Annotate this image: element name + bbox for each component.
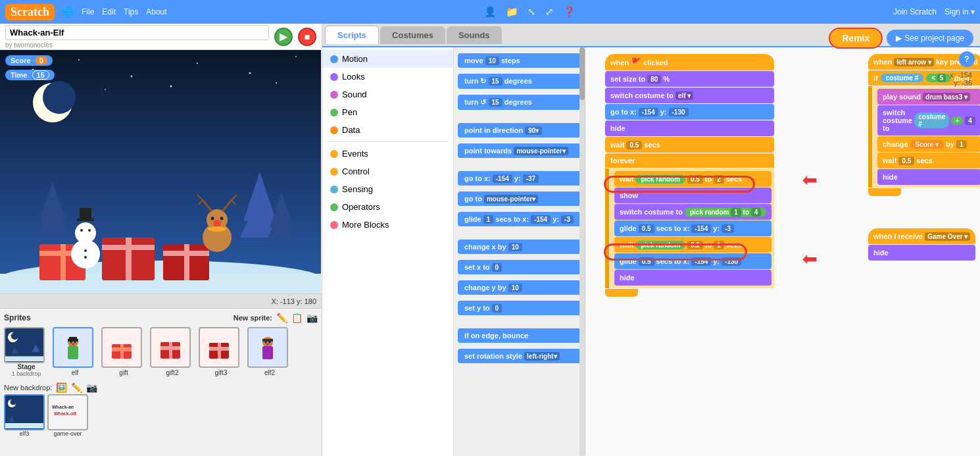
svg-rect-81 xyxy=(5,423,43,428)
cat-operators[interactable]: Operators xyxy=(322,198,453,216)
stop-button[interactable]: ■ xyxy=(298,28,316,46)
block-move[interactable]: move 10 steps xyxy=(458,53,581,68)
svg-rect-54 xyxy=(5,356,43,361)
cat-pen[interactable]: Pen xyxy=(322,103,453,121)
nav-edit[interactable]: Edit xyxy=(102,7,116,16)
embed-icon[interactable]: ⤢ xyxy=(545,6,554,18)
backdrop-elf3-thumb[interactable] xyxy=(4,394,45,430)
cat-events[interactable]: Events xyxy=(322,145,453,163)
block-goto-xy[interactable]: go to x: -154 y: -37 xyxy=(458,171,581,186)
camera-sprite-btn[interactable]: 📷 xyxy=(306,313,318,323)
backdrop-thumbnails: elf3 Whack-an Whack-off game-over xyxy=(4,394,318,437)
svg-point-36 xyxy=(84,256,87,259)
sign-in-link[interactable]: Sign in ▾ xyxy=(944,7,975,16)
time-value: 15 xyxy=(32,70,49,80)
help-circle-icon[interactable]: ❓ xyxy=(563,6,576,18)
block-point-dir[interactable]: point in direction 90▾ xyxy=(458,123,581,138)
block-change-x[interactable]: change x by 10 xyxy=(458,240,581,254)
nav-about[interactable]: About xyxy=(146,7,166,16)
sprite-gift-thumb[interactable]: gift xyxy=(101,327,146,376)
tab-scripts[interactable]: Scripts xyxy=(325,26,379,44)
block-edge-bounce[interactable]: if on edge, bounce xyxy=(458,328,581,343)
cat-sound[interactable]: Sound xyxy=(322,86,453,103)
block-rotation-style[interactable]: set rotation style left-right▾ xyxy=(458,349,581,363)
block-hide-3[interactable]: hide xyxy=(877,169,980,185)
scratch-logo[interactable]: Scratch xyxy=(5,4,55,20)
svg-rect-70 xyxy=(218,343,221,359)
block-wait-random-1[interactable]: wait pick random 0.5 to 2 secs xyxy=(614,171,772,187)
block-switch-costume[interactable]: switch costume to elf ▾ xyxy=(605,88,774,103)
remix-button[interactable]: Remix xyxy=(829,28,883,49)
upload-sprite-btn[interactable]: 📋 xyxy=(291,313,303,323)
block-when-receive[interactable]: when I receive Game Over ▾ xyxy=(868,228,975,244)
sprite-elf-thumb[interactable]: i elf xyxy=(53,327,97,376)
stage: Score 0 Time 15 xyxy=(0,50,321,293)
block-change-score[interactable]: change Score ▾ by 1 xyxy=(877,136,980,152)
paint-backdrop-btn[interactable]: 🖼️ xyxy=(56,382,67,393)
person-icon[interactable]: 👤 xyxy=(484,6,497,18)
block-set-y[interactable]: set y to 0 xyxy=(458,301,581,315)
cat-more-blocks[interactable]: More Blocks xyxy=(322,216,453,234)
data-dot xyxy=(330,126,338,134)
nav-tips[interactable]: Tips xyxy=(124,7,138,16)
block-set-size[interactable]: set size to 80 % xyxy=(605,71,774,87)
script-canvas[interactable]: when 🚩 clicked set size to 80 % switch c… xyxy=(585,47,980,456)
tab-costumes[interactable]: Costumes xyxy=(380,26,445,44)
block-when-clicked[interactable]: when 🚩 clicked xyxy=(605,54,774,70)
block-glide-down[interactable]: glide 0.5 secs to x: -154 y: -130 xyxy=(614,253,772,269)
coords-label: X: -113 y: 180 xyxy=(271,297,316,305)
coords-bar: X: -113 y: 180 xyxy=(0,293,322,308)
block-point-towards[interactable]: point towards mouse-pointer▾ xyxy=(458,143,581,158)
block-switch-costume-calc[interactable]: switch costume to costume # + 4 xyxy=(877,105,980,136)
backdrop-gameover-thumb[interactable]: Whack-an Whack-off xyxy=(47,394,88,430)
fullscreen-icon[interactable]: ⤡ xyxy=(527,6,536,18)
sprites-header: Sprites New sprite: ✏️ 📋 📷 xyxy=(4,313,318,323)
block-goto-xy-start[interactable]: go to x: -154 y: -130 xyxy=(605,104,774,120)
block-hide-2[interactable]: hide xyxy=(614,270,772,286)
upload-backdrop-btn[interactable]: ✏️ xyxy=(71,382,82,393)
sprite-gift3-thumb[interactable]: gift3 xyxy=(199,327,243,376)
cat-sensing[interactable]: Sensing xyxy=(322,180,453,198)
see-project-button[interactable]: ▶ See project page xyxy=(887,30,973,47)
paint-sprite-btn[interactable]: ✏️ xyxy=(276,313,287,323)
cat-motion[interactable]: Motion xyxy=(322,50,453,68)
cat-divider xyxy=(328,141,448,142)
camera-backdrop-btn[interactable]: 📷 xyxy=(86,382,97,393)
folder-icon[interactable]: 📁 xyxy=(506,6,518,18)
block-set-x[interactable]: set x to 0 xyxy=(458,260,581,274)
cat-looks[interactable]: Looks xyxy=(322,68,453,86)
cat-control[interactable]: Control xyxy=(322,163,453,180)
block-wait-random-2[interactable]: wait pick random 0.2 to 1 secs xyxy=(614,237,772,253)
tab-sounds[interactable]: Sounds xyxy=(447,26,502,44)
red-arrow-1: ➡ xyxy=(802,169,818,191)
block-hide-1[interactable]: hide xyxy=(605,120,774,136)
palette-scrollbar[interactable] xyxy=(579,47,585,456)
block-turn-cw[interactable]: turn ↻ 15 degrees xyxy=(458,74,581,89)
stage-sprite-thumb[interactable]: Stage 1 backdrop xyxy=(4,327,49,377)
block-turn-ccw[interactable]: turn ↺ 15 degrees xyxy=(458,95,581,110)
sprite-elf2-thumb[interactable]: elf2 xyxy=(247,327,292,376)
block-wait-2[interactable]: wait 0.5 secs xyxy=(877,153,980,168)
cat-data[interactable]: Data xyxy=(322,121,453,139)
block-glide-up[interactable]: glide 0.5 secs to x: -154 y: -3 xyxy=(614,220,772,236)
sprite-gift2-thumb[interactable]: gift2 xyxy=(150,327,195,376)
block-show[interactable]: show xyxy=(614,188,772,203)
block-play-sound[interactable]: play sound drum bass3 ▾ xyxy=(877,89,980,105)
project-title-input[interactable] xyxy=(5,25,269,40)
globe-icon[interactable]: 🌐 xyxy=(62,7,74,17)
nav-file[interactable]: File xyxy=(82,7,94,16)
palette-scrollbar-thumb[interactable] xyxy=(579,47,585,100)
join-scratch-link[interactable]: Join Scratch xyxy=(893,7,937,16)
author-label: by twomonocles xyxy=(5,41,269,49)
help-button[interactable]: ? xyxy=(959,51,975,67)
block-glide[interactable]: glide 1 secs to x: -154 y: -3 xyxy=(458,212,581,226)
green-flag-button[interactable]: ▶ xyxy=(274,28,293,46)
script-group-game-over: when I receive Game Over ▾ hide xyxy=(868,228,975,261)
block-forever[interactable]: forever xyxy=(605,153,774,168)
block-hide-4[interactable]: hide xyxy=(868,245,975,261)
block-goto-sprite[interactable]: go to mouse-pointer▾ xyxy=(458,191,581,206)
block-change-y[interactable]: change y by 10 xyxy=(458,280,581,295)
block-wait-1[interactable]: wait 0.5 secs xyxy=(605,137,774,153)
project-header: by twomonocles ▶ ■ xyxy=(0,24,322,50)
block-switch-costume-random[interactable]: switch costume to pick random 1 to 4 xyxy=(614,204,772,220)
